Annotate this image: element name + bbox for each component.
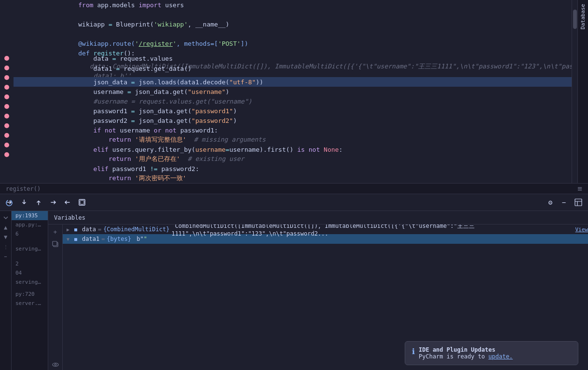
variable-row-data[interactable]: ▶ ■ data = {CombinedMultiDict} CombinedM… [63, 225, 588, 234]
minimize-button[interactable]: − [558, 197, 570, 208]
current-function: register() [6, 185, 41, 192]
svg-rect-1 [80, 200, 84, 204]
breakpoint-4[interactable] [4, 85, 9, 90]
breakpoint-6[interactable] [4, 104, 9, 109]
call-stack-item-12[interactable]: py:720 [12, 290, 48, 299]
notification-body: PyCharm is ready to [419, 353, 485, 360]
call-stack-list: py:1935 app.py:1949 6 serving.py:362 2 0… [12, 211, 48, 370]
breakpoint-2[interactable] [4, 66, 9, 70]
notification-popup: ℹ IDE and Plugin Updates PyCharm is read… [405, 341, 578, 365]
debugger-toolbar: ⚙ − [0, 194, 588, 211]
frames-button[interactable] [76, 197, 88, 208]
call-stack-extra[interactable]: ⋯ [1, 251, 11, 261]
var-actions: + [48, 225, 63, 370]
editor-scrollbar[interactable] [572, 0, 577, 183]
breakpoint-1[interactable] [4, 56, 9, 61]
breakpoint-8[interactable] [4, 123, 9, 128]
code-line-3: wikiapp = Blueprint('wikiapp', __name__) [14, 19, 572, 29]
call-stack-item-1[interactable]: app.py:1949 [12, 220, 48, 229]
code-editor[interactable]: from app.models import users wikiapp = B… [14, 0, 572, 183]
editor-status-bar: register() ≡ [0, 183, 588, 194]
svg-rect-4 [53, 241, 57, 246]
step-back-button[interactable] [62, 197, 73, 208]
call-stack-dropdown[interactable] [1, 213, 11, 223]
notification-link[interactable]: update. [489, 353, 513, 360]
breakpoint-7[interactable] [4, 114, 9, 119]
notification-info-icon: ℹ [412, 347, 415, 356]
call-stack-item-10[interactable]: serving.py:362 [12, 278, 48, 287]
breakpoint-3[interactable] [4, 75, 9, 80]
settings-button[interactable]: ⚙ [545, 197, 556, 208]
call-stack-down[interactable]: ▼ [1, 232, 11, 242]
database-tab[interactable]: Database [578, 0, 588, 33]
svg-rect-2 [575, 199, 582, 206]
call-stack-item-8[interactable]: 2 [12, 259, 48, 268]
svg-point-6 [55, 364, 56, 366]
breakpoint-9[interactable] [4, 133, 9, 138]
main-container: from app.models import users wikiapp = B… [0, 0, 588, 370]
call-stack-more[interactable]: ⋮ [1, 242, 11, 251]
layout-button[interactable] [573, 197, 584, 208]
notification-text: IDE and Plugin Updates PyCharm is ready … [419, 346, 513, 360]
scroll-icon: ≡ [577, 184, 582, 193]
copy-value-button[interactable] [50, 239, 61, 250]
call-stack-nav: ▲ ▼ ⋮ ⋯ [0, 211, 12, 370]
scrollbar-thumb[interactable] [573, 10, 577, 29]
call-stack-item-5[interactable]: serving.py:362 [12, 244, 48, 253]
breakpoint-5[interactable] [4, 94, 9, 99]
step-over-button[interactable] [4, 197, 15, 208]
call-stack-item-2[interactable]: 6 [12, 229, 48, 238]
call-stack-panel: ▲ ▼ ⋮ ⋯ py:1935 app.py:1949 6 serving.py… [0, 211, 48, 370]
settings-icon: ⚙ [548, 198, 552, 206]
call-stack-item-9[interactable]: 04 [12, 268, 48, 278]
breakpoint-11[interactable] [4, 152, 9, 157]
variables-label: Variables [54, 214, 85, 221]
breakpoint-gutter [0, 0, 14, 183]
notification-title: IDE and Plugin Updates [419, 346, 495, 353]
call-stack-item-13[interactable]: server.py:360 [12, 299, 48, 308]
step-into-button[interactable] [18, 197, 30, 208]
minimize-icon: − [562, 198, 566, 206]
breakpoint-10[interactable] [4, 143, 9, 147]
step-out-button[interactable] [33, 197, 44, 208]
run-to-cursor-button[interactable] [47, 197, 59, 208]
right-sidebar: Database [577, 0, 588, 183]
svg-point-5 [53, 363, 58, 367]
editor-area: from app.models import users wikiapp = B… [0, 0, 588, 183]
variables-header: Variables [48, 211, 588, 225]
var-action-eye[interactable] [50, 359, 61, 370]
call-stack-up[interactable]: ▲ [1, 223, 11, 232]
code-line-19: return '两次密码不一致' [14, 173, 572, 183]
call-stack-item-0[interactable]: py:1935 [12, 211, 48, 220]
add-watch-button[interactable]: + [50, 226, 61, 237]
code-line-1: from app.models import users [14, 0, 572, 10]
